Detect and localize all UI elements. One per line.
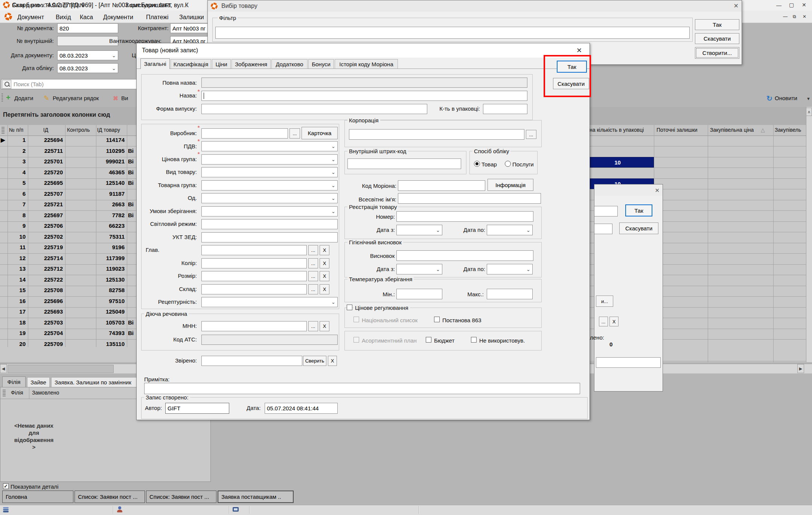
tab-zaive[interactable]: Зайве <box>27 377 50 387</box>
decree-863-checkbox[interactable] <box>434 317 440 322</box>
tab-zobrazhennya[interactable]: Зображення <box>232 59 271 69</box>
acc-date-input[interactable]: 08.03.2023⌄ <box>57 63 118 73</box>
mdi-restore-button[interactable]: ⧉ <box>793 14 796 19</box>
corporation-browse-button[interactable]: ... <box>526 130 536 139</box>
select-create-button[interactable]: Створити... <box>695 47 739 59</box>
glav-input[interactable] <box>201 245 307 255</box>
chevron-down-icon[interactable]: ⌄ <box>112 53 116 58</box>
select-cancel-button[interactable]: Скасувати <box>695 33 739 44</box>
goods-radio[interactable] <box>474 161 480 167</box>
side-field-fragment-2[interactable] <box>594 224 612 234</box>
tab-dodatkovo[interactable]: Додатково <box>271 59 308 69</box>
manufacturer-browse-button[interactable]: ... <box>289 128 300 139</box>
reg-date-from-select[interactable]: ⌄ <box>396 225 442 235</box>
menu-document[interactable]: Документ <box>17 14 44 21</box>
world-name-input[interactable] <box>398 193 541 204</box>
close-button[interactable]: ✕ <box>802 2 806 8</box>
note-input[interactable] <box>144 383 580 394</box>
temp-max-input[interactable] <box>487 289 533 299</box>
warehouse-input[interactable] <box>201 284 307 294</box>
warehouse-browse-button[interactable]: ... <box>308 284 318 294</box>
color-input[interactable] <box>201 258 307 268</box>
menu-payments[interactable]: Платежі <box>146 14 169 21</box>
unit-select[interactable]: ⌄ <box>201 193 338 203</box>
mdi-close-button[interactable]: ✕ <box>803 14 806 19</box>
side-dialog-close-icon[interactable]: ✕ <box>655 187 660 193</box>
hyg-date-from-select[interactable]: ⌄ <box>396 264 442 274</box>
size-browse-button[interactable]: ... <box>308 271 318 281</box>
product-dialog-close-icon[interactable]: ✕ <box>576 47 582 54</box>
atc-input[interactable] <box>201 335 338 345</box>
verified-input[interactable] <box>201 356 302 366</box>
glav-clear-button[interactable]: X <box>320 245 329 255</box>
author-input[interactable]: GIFT <box>165 403 229 414</box>
prescription-select[interactable]: ⌄ <box>201 297 338 307</box>
filter-input[interactable] <box>215 27 690 39</box>
doc-number-input[interactable]: 820 <box>57 23 118 33</box>
col-header-branch[interactable]: Філія <box>11 390 23 396</box>
product-kind-select[interactable]: ⌄ <box>201 167 338 177</box>
menu-cash[interactable]: Каса <box>80 14 93 21</box>
toolbar-grip[interactable] <box>2 93 3 102</box>
side-clear-button[interactable]: X <box>609 317 619 326</box>
product-ok-button[interactable]: Так <box>557 61 587 73</box>
release-form-input[interactable] <box>201 104 427 114</box>
color-browse-button[interactable]: ... <box>308 258 318 268</box>
window-tab-zayavka[interactable]: Заявка поставщикам .. <box>218 491 294 503</box>
mnn-browse-button[interactable]: ... <box>308 321 318 331</box>
refresh-button[interactable]: Оновити <box>775 95 797 101</box>
national-list-checkbox[interactable] <box>353 317 359 322</box>
window-tab-holovna[interactable]: Головна <box>2 491 73 503</box>
col-header-current-stock[interactable]: Поточні залишки <box>657 127 706 133</box>
col-header-id[interactable]: ІД <box>28 127 64 133</box>
side-ok-button[interactable]: Так <box>625 204 652 216</box>
side-bottom-field[interactable] <box>596 357 661 368</box>
maximize-button[interactable]: ▢ <box>789 2 794 8</box>
mnn-clear-button[interactable]: X <box>320 321 329 331</box>
side-ellipsis-button[interactable]: ... <box>599 317 608 326</box>
corporation-input[interactable] <box>349 129 524 140</box>
panel-grip-icon[interactable] <box>3 390 6 396</box>
window-tab-list2[interactable]: Список: Заявки пост ... <box>146 491 216 503</box>
color-clear-button[interactable]: X <box>320 258 329 268</box>
col-header-control[interactable]: Контроль <box>67 127 95 133</box>
assortment-plan-checkbox[interactable] <box>353 337 359 343</box>
tab-filia[interactable]: Філія <box>2 376 26 387</box>
warehouse-clear-button[interactable]: X <box>320 284 329 294</box>
tab-ciny[interactable]: Ціни <box>212 59 231 69</box>
add-row-button[interactable]: Додати <box>14 95 33 101</box>
light-mode-input[interactable] <box>201 219 338 229</box>
full-name-input[interactable] <box>201 78 527 88</box>
doc-date-input[interactable]: 08.03.2023⌄ <box>57 50 118 60</box>
ukt-input[interactable] <box>201 232 338 242</box>
reg-number-input[interactable] <box>396 211 533 222</box>
services-radio[interactable] <box>505 161 511 167</box>
mdi-minimize-button[interactable]: — <box>783 14 788 19</box>
not-used-checkbox[interactable] <box>471 337 477 343</box>
product-group-select[interactable]: ⌄ <box>201 180 338 190</box>
size-clear-button[interactable]: X <box>320 271 329 281</box>
name-input[interactable] <box>201 91 527 101</box>
delete-row-button[interactable]: Ви <box>121 95 128 101</box>
tab-klasyfikacia[interactable]: Класифікація <box>171 59 211 69</box>
chevron-down-icon[interactable]: ⌄ <box>112 66 116 71</box>
price-regulation-checkbox[interactable] <box>347 305 352 310</box>
conclusion-input[interactable] <box>396 250 533 261</box>
menu-exit[interactable]: Вихід <box>56 14 71 21</box>
menu-stock[interactable]: Залишки <box>179 14 204 21</box>
contractor-input[interactable]: Апт №003 пг <box>170 23 209 33</box>
reg-date-to-select[interactable]: ⌄ <box>487 225 533 235</box>
temp-min-input[interactable] <box>396 289 442 299</box>
budget-checkbox[interactable] <box>426 337 431 343</box>
scroll-right-button[interactable]: ▶ <box>797 364 804 373</box>
scroll-up-button[interactable]: ∧ <box>806 108 812 116</box>
hyg-date-to-select[interactable]: ⌄ <box>487 264 533 274</box>
search-input[interactable]: Поиск (Tab) <box>1 79 141 89</box>
side-cancel-button[interactable]: Скасувати <box>619 222 658 234</box>
storage-select[interactable]: ⌄ <box>201 206 338 216</box>
mnn-input[interactable] <box>201 321 307 331</box>
tab-zagalni[interactable]: Загальні <box>140 58 170 69</box>
cell-pack-qty-highlighted[interactable]: 10 <box>581 157 654 168</box>
select-ok-button[interactable]: Так <box>695 19 739 30</box>
product-cancel-button[interactable]: Скасувати <box>553 78 589 89</box>
